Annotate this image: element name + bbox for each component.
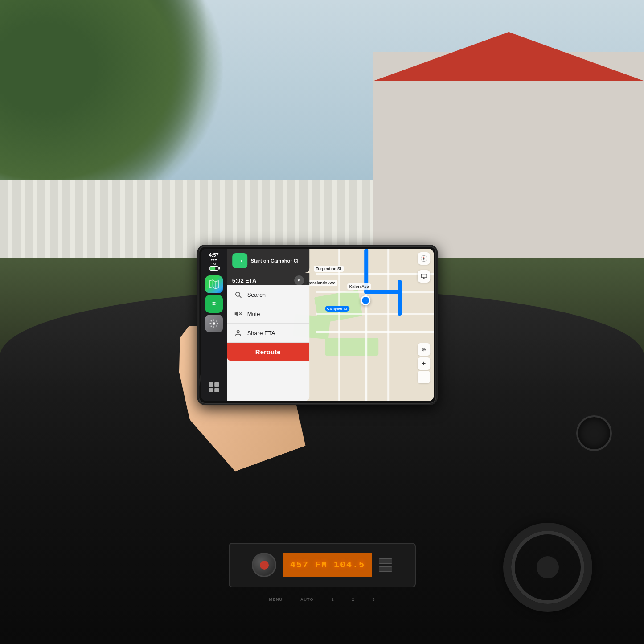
svg-point-12 bbox=[423, 278, 424, 279]
cup-holder bbox=[576, 415, 612, 451]
zoom-out-icon: − bbox=[422, 373, 426, 381]
street-label-turpentine: Turpentine St bbox=[314, 266, 344, 272]
stereo-buttons bbox=[379, 558, 392, 572]
eta-text: 5:02 ETA bbox=[232, 277, 257, 284]
svg-marker-0 bbox=[209, 280, 218, 289]
background-scene: 457 FM 104.5 MENU AUTO 1 2 3 bbox=[0, 0, 644, 644]
spotify-icon bbox=[209, 299, 219, 309]
main-content: Turpentine St Roselands Ave Kalori Ave C… bbox=[227, 249, 434, 401]
grid-home-button[interactable] bbox=[209, 386, 219, 396]
route-segment-2 bbox=[364, 290, 400, 294]
settings-icon bbox=[209, 319, 219, 328]
status-bar: 4:57 ●●● 4G bbox=[201, 252, 227, 271]
svg-point-10 bbox=[423, 258, 424, 259]
dropdown-menu: Search Mute bbox=[227, 285, 309, 401]
street-label-roselands: Roselands Ave bbox=[305, 280, 338, 286]
signal-bars: ●●● bbox=[210, 258, 217, 262]
cast-icon bbox=[421, 273, 427, 279]
maps-icon bbox=[209, 279, 219, 290]
menu-item-share-eta[interactable]: Share ETA bbox=[227, 324, 309, 343]
road-h-4 bbox=[316, 331, 434, 333]
nav-text: Start on Camphor Cl bbox=[251, 258, 304, 264]
battery-icon bbox=[209, 266, 218, 271]
grid-dot-1 bbox=[209, 382, 213, 387]
zoom-controls: ⊕ + − bbox=[418, 343, 430, 383]
sidebar-item-maps[interactable] bbox=[205, 275, 223, 293]
map-green-area-3 bbox=[325, 338, 378, 356]
route-segment-3 bbox=[398, 280, 402, 316]
menu-item-search[interactable]: Search bbox=[227, 285, 309, 304]
road-h-3 bbox=[316, 313, 434, 315]
stereo-display: 457 FM 104.5 bbox=[283, 553, 372, 577]
nav-arrow-box: → bbox=[232, 253, 247, 268]
chevron-down-icon: ▼ bbox=[297, 278, 301, 283]
reroute-label: Reroute bbox=[255, 348, 281, 356]
road-v-3 bbox=[387, 249, 389, 401]
battery-fill bbox=[210, 267, 216, 270]
carplay-device: 4:57 ●●● 4G bbox=[197, 245, 438, 405]
eta-bar[interactable]: 5:02 ETA ▼ bbox=[227, 273, 309, 285]
sidebar-item-settings[interactable] bbox=[205, 315, 223, 332]
stereo-btn-2[interactable] bbox=[379, 566, 392, 572]
mute-label: Mute bbox=[247, 311, 260, 317]
compass-icon bbox=[420, 255, 427, 262]
mute-icon bbox=[233, 309, 243, 319]
car-stereo: 457 FM 104.5 bbox=[229, 543, 416, 587]
search-label: Search bbox=[247, 291, 266, 298]
street-label-kalori: Kalori Ave bbox=[347, 283, 371, 290]
street-label-camphor: Camphor Cl bbox=[325, 306, 349, 312]
share-eta-icon bbox=[233, 328, 243, 338]
zoom-out-button[interactable]: − bbox=[418, 371, 430, 383]
zoom-in-icon: + bbox=[422, 360, 426, 368]
zoom-in-button[interactable]: + bbox=[418, 357, 430, 370]
nav-instruction-text: Start on Camphor Cl bbox=[251, 258, 304, 264]
grid-dot-4 bbox=[214, 388, 219, 393]
navigation-overlay: → Start on Camphor Cl 5:02 ETA ▼ bbox=[227, 249, 309, 401]
stereo-labels: MENU AUTO 1 2 3 bbox=[269, 597, 375, 602]
stereo-knob-left[interactable] bbox=[252, 553, 276, 577]
compass-button[interactable] bbox=[418, 252, 430, 265]
network-type: 4G bbox=[210, 262, 217, 266]
sidebar: 4:57 ●●● 4G bbox=[201, 249, 227, 401]
sidebar-item-spotify[interactable] bbox=[205, 295, 223, 313]
svg-marker-5 bbox=[235, 312, 238, 316]
signal-info: ●●● 4G bbox=[210, 258, 217, 266]
time-display: 4:57 bbox=[209, 252, 219, 258]
svg-line-4 bbox=[239, 296, 241, 298]
menu-item-mute[interactable]: Mute bbox=[227, 304, 309, 324]
map-controls bbox=[418, 252, 430, 283]
reroute-button[interactable]: Reroute bbox=[227, 343, 309, 361]
grid-dot-3 bbox=[209, 388, 213, 393]
road-h-1 bbox=[316, 273, 434, 275]
nav-instruction: → Start on Camphor Cl bbox=[227, 249, 309, 273]
search-icon bbox=[233, 290, 243, 299]
stereo-btn-1[interactable] bbox=[379, 558, 392, 564]
grid-dot-2 bbox=[214, 382, 219, 387]
svg-point-2 bbox=[213, 322, 215, 325]
svg-point-1 bbox=[210, 300, 218, 308]
grid-icon bbox=[209, 382, 219, 392]
steering-wheel bbox=[503, 523, 592, 612]
share-eta-label: Share ETA bbox=[247, 330, 275, 336]
pan-button[interactable]: ⊕ bbox=[418, 343, 430, 356]
carplay-screen: 4:57 ●●● 4G bbox=[201, 249, 434, 401]
location-indicator: → bbox=[361, 295, 370, 305]
nav-arrow-icon: → bbox=[236, 256, 244, 266]
eta-chevron-button[interactable]: ▼ bbox=[294, 275, 304, 285]
svg-point-8 bbox=[237, 331, 239, 333]
screen-cast-button[interactable] bbox=[418, 270, 430, 283]
